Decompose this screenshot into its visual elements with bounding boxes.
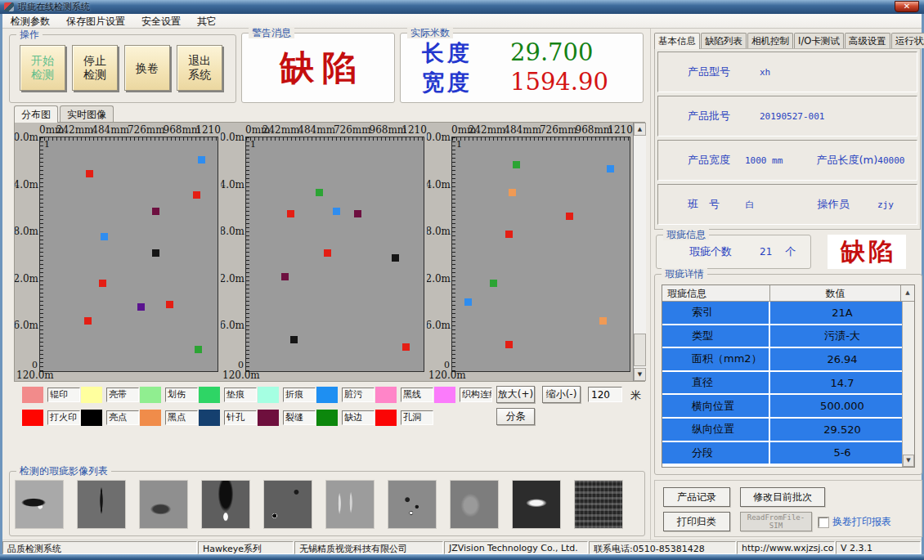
info-tab-4[interactable]: I/O卡测试 — [794, 33, 844, 48]
y-axis-labels: 0.0m24.0m48.0m72.0m96.0m0 — [15, 137, 39, 372]
defect-thumbnail-4[interactable] — [201, 480, 250, 529]
product-model-value: xh — [760, 67, 850, 78]
scroll-up-icon[interactable]: ▲ — [900, 285, 914, 301]
menu-item-1[interactable]: 检测参数 — [2, 14, 58, 29]
scroll-up-icon[interactable]: ▲ — [634, 123, 646, 136]
menu-item-2[interactable]: 保存图片设置 — [58, 14, 133, 29]
x-tick-label: 484mm — [92, 124, 129, 136]
operation-group: 操作 开始 检测停止 检测换卷退出 系统 — [9, 34, 236, 103]
warning-group: 警告消息 缺陷 — [241, 33, 395, 103]
detail-row[interactable]: 分段5-6 — [662, 442, 914, 466]
shift-label: 班 号 — [688, 197, 745, 212]
print-sort-button[interactable]: 打印归类 — [663, 512, 730, 531]
info-tab-2[interactable]: 缺陷列表 — [701, 33, 747, 48]
window-title: 瑕疵在线检测系统 — [18, 1, 90, 13]
defect-thumbnail-6[interactable] — [325, 480, 375, 529]
x-tick-label: 484mm — [298, 124, 335, 136]
defect-thumbnail-7[interactable] — [388, 480, 437, 529]
detail-row[interactable]: 类型污渍-大 — [662, 325, 914, 349]
legend-color-swatch — [258, 387, 279, 403]
defect-point — [505, 231, 513, 238]
plot-surface-2[interactable]: 1 — [245, 137, 424, 372]
y-tick-label: 96.0m — [15, 320, 38, 331]
legend-color-swatch — [375, 387, 397, 403]
detail-row-label: 索引 — [662, 302, 770, 324]
defect-thumbnail-9[interactable] — [512, 480, 561, 529]
view-tab-2[interactable]: 实时图像 — [60, 105, 114, 122]
split-strip-button[interactable]: 分条 — [496, 408, 535, 425]
plot-surface-1[interactable]: 1 — [39, 137, 218, 372]
defect-point — [84, 317, 92, 325]
legend-color-swatch — [316, 387, 338, 403]
legend-label: 裂缝 — [283, 410, 316, 425]
defect-thumbnail-8[interactable] — [450, 480, 499, 529]
x-tick-label: 726mm — [334, 124, 371, 136]
menu-item-3[interactable]: 安全设置 — [133, 14, 189, 29]
detail-scrollbar[interactable]: ▼ — [902, 302, 914, 467]
defect-thumbnail-2[interactable] — [77, 480, 126, 529]
view-tab-1[interactable]: 分布图 — [14, 105, 58, 123]
title-bar[interactable]: 瑕疵在线检测系统 ✕ — [0, 0, 924, 14]
defect-thumbnail-5[interactable] — [263, 480, 312, 529]
start-detect-button[interactable]: 开始 检测 — [20, 45, 65, 91]
scroll-down-icon[interactable]: ▼ — [634, 368, 646, 381]
plot-surface-3[interactable]: 1 — [451, 137, 630, 372]
change-roll-button[interactable]: 换卷 — [124, 45, 170, 91]
x-axis-labels: 0mm242mm484mm726mm968mm1210mm — [451, 124, 630, 136]
x-tick-label: 1210mm — [401, 124, 427, 136]
y-axis-bottom-label: 120.0m — [16, 370, 54, 381]
scroll-down-icon[interactable]: ▼ — [903, 455, 914, 467]
menu-bar: 检测参数保存图片设置安全设置其它 — [2, 14, 922, 29]
legend-color-swatch — [375, 410, 397, 426]
y-tick-label: 24.0m — [427, 178, 451, 190]
info-tab-6[interactable]: 运行状态信息 — [891, 33, 924, 48]
scroll-thumb[interactable] — [634, 334, 646, 366]
meter-value: 29.700 — [510, 38, 593, 66]
exit-system-button[interactable]: 退出 系统 — [177, 45, 222, 91]
legend-color-swatch — [22, 387, 43, 403]
defect-thumbnail-10[interactable] — [574, 480, 623, 529]
scale-unit-label: 米 — [630, 388, 641, 403]
read-from-file-button[interactable]: ReadFromFile-SIM — [740, 512, 812, 531]
defect-thumbnail-3[interactable] — [139, 480, 188, 529]
info-tab-5[interactable]: 高级设置 — [845, 33, 890, 48]
detail-row-label: 直径 — [662, 372, 770, 394]
plot-scrollbar[interactable]: ▲▼ — [633, 123, 646, 381]
detail-row[interactable]: 索引21A — [662, 302, 914, 325]
basic-info-panel: 产品型号 xh 产品批号 20190527-001 产品宽度 1000 mm 产… — [654, 48, 921, 230]
operator-label: 操作员 — [817, 197, 877, 212]
menu-item-4[interactable]: 其它 — [189, 14, 225, 29]
defect-thumbnail-1[interactable] — [15, 480, 64, 529]
scale-meters-input[interactable] — [588, 387, 622, 402]
defect-point — [505, 341, 513, 348]
meter-label: 宽度 — [422, 68, 510, 97]
detail-row[interactable]: 纵向位置29.520 — [662, 419, 914, 442]
status-segment-5: 联系电话:0510-85381428 — [589, 541, 736, 554]
modify-batch-button[interactable]: 修改目前批次 — [740, 487, 825, 507]
shift-value: 白 — [745, 199, 817, 211]
x-tick-label: 242mm — [469, 124, 506, 136]
flaw-detail-title: 瑕疵详情 — [662, 268, 707, 280]
defect-point — [599, 317, 607, 325]
stop-detect-button[interactable]: 停止 检测 — [72, 45, 118, 91]
close-button[interactable]: ✕ — [895, 1, 919, 12]
info-tab-1[interactable]: 基本信息 — [654, 33, 700, 49]
defect-point — [513, 161, 520, 168]
legend-label: 黑点 — [165, 410, 198, 425]
info-tab-3[interactable]: 相机控制 — [747, 33, 793, 48]
print-report-checkbox[interactable] — [819, 517, 828, 527]
detail-row[interactable]: 直径14.7 — [662, 372, 914, 396]
y-tick-label: 24.0m — [15, 178, 38, 190]
detail-header-value: 数值 — [770, 285, 900, 301]
zoom-in-button[interactable]: 放大(+) — [496, 386, 535, 403]
window-frame-bottom — [0, 554, 924, 560]
product-record-button[interactable]: 产品记录 — [663, 487, 730, 507]
detail-row[interactable]: 面积（mm2）26.94 — [662, 348, 914, 372]
product-size-row: 产品宽度 1000 mm 产品长度(m) 40000 — [657, 140, 917, 181]
detail-row-value: 污渍-大 — [770, 325, 914, 347]
legend-label: 打火印 — [47, 410, 80, 425]
product-model-row: 产品型号 xh — [657, 52, 917, 92]
detail-row[interactable]: 横向位置500.000 — [662, 395, 914, 419]
zoom-out-button[interactable]: 缩小(-) — [542, 386, 581, 403]
defect-point — [607, 165, 614, 172]
